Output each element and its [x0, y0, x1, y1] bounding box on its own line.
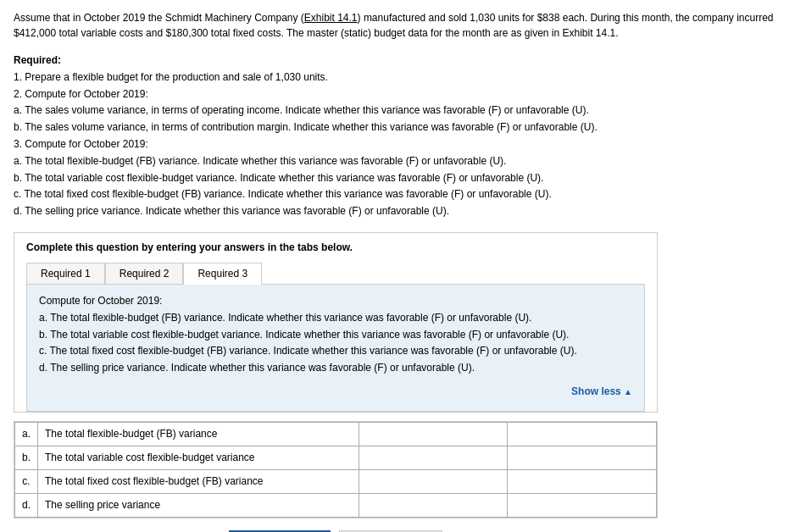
tab-line-b: b. The total variable cost flexible-budg…: [39, 329, 569, 341]
tab-content-text: Compute for October 2019: a. The total f…: [39, 293, 632, 377]
input-a1[interactable]: [359, 423, 508, 446]
table-row: d. The selling price variance: [15, 493, 657, 517]
table-row: b. The total variable cost flexible-budg…: [15, 446, 657, 469]
row-input-d2[interactable]: [508, 493, 657, 517]
input-d2[interactable]: [508, 494, 656, 517]
req-item-3: 3. Compute for October 2019:: [14, 138, 148, 150]
required-heading: Required:: [14, 54, 61, 66]
exhibit-link[interactable]: Exhibit 14.1: [304, 12, 358, 24]
variance-table: a. The total flexible-budget (FB) varian…: [14, 422, 657, 518]
tab-content-heading: Compute for October 2019:: [39, 295, 162, 307]
show-less-button[interactable]: Show less ▲: [39, 382, 632, 402]
row-input-c2[interactable]: [508, 469, 657, 493]
row-label-d: The selling price variance: [38, 493, 359, 517]
tab-required2[interactable]: Required 2: [105, 263, 184, 285]
table-row: a. The total flexible-budget (FB) varian…: [15, 422, 657, 446]
tab-line-d: d. The selling price variance. Indicate …: [39, 362, 475, 374]
complete-box-title: Complete this question by entering your …: [26, 241, 645, 253]
req-item-2a: a. The sales volume variance, in terms o…: [14, 104, 589, 116]
table-row: c. The total fixed cost flexible-budget …: [15, 469, 657, 493]
show-less-arrow-icon: ▲: [624, 387, 632, 396]
tab-line-a: a. The total flexible-budget (FB) varian…: [39, 312, 531, 324]
req-item-1: 1. Prepare a flexible budget for the pro…: [14, 71, 328, 83]
req-item-2b: b. The sales volume variance, in terms o…: [14, 121, 598, 133]
row-label-c: The total fixed cost flexible-budget (FB…: [38, 469, 359, 493]
complete-question-box: Complete this question by entering your …: [14, 232, 658, 413]
row-input-d1[interactable]: [359, 493, 508, 517]
req-item-3a: a. The total flexible-budget (FB) varian…: [14, 155, 506, 167]
req-item-2: 2. Compute for October 2019:: [14, 88, 148, 100]
req-item-3c: c. The total fixed cost flexible-budget …: [14, 188, 552, 200]
tab-line-c: c. The total fixed cost flexible-budget …: [39, 345, 577, 357]
tab-required3[interactable]: Required 3: [183, 263, 262, 285]
tab-content-area: Compute for October 2019: a. The total f…: [26, 284, 645, 412]
row-letter-a: a.: [15, 422, 38, 446]
row-input-a1[interactable]: [359, 422, 508, 446]
req-item-3d: d. The selling price variance. Indicate …: [14, 205, 449, 217]
req-item-3b: b. The total variable cost flexible-budg…: [14, 172, 543, 184]
input-c1[interactable]: [359, 470, 508, 493]
row-letter-d: d.: [15, 493, 38, 517]
row-input-a2[interactable]: [508, 422, 657, 446]
input-b2[interactable]: [508, 446, 656, 469]
data-table-section: a. The total flexible-budget (FB) varian…: [14, 421, 658, 518]
intro-text: Assume that in October 2019 the Schmidt …: [14, 10, 776, 41]
input-b1[interactable]: [359, 446, 508, 469]
row-input-c1[interactable]: [359, 469, 508, 493]
input-c2[interactable]: [508, 470, 656, 493]
row-label-b: The total variable cost flexible-budget …: [38, 446, 359, 469]
input-d1[interactable]: [359, 494, 508, 517]
input-a2[interactable]: [508, 423, 656, 446]
row-input-b1[interactable]: [359, 446, 508, 469]
row-label-a: The total flexible-budget (FB) variance: [38, 422, 359, 446]
row-letter-b: b.: [15, 446, 38, 469]
row-letter-c: c.: [15, 469, 38, 493]
row-input-b2[interactable]: [508, 446, 657, 469]
tab-required1[interactable]: Required 1: [26, 263, 105, 285]
required-section: Required: 1. Prepare a flexible budget f…: [14, 53, 776, 220]
tabs-row: Required 1 Required 2 Required 3: [26, 262, 645, 284]
